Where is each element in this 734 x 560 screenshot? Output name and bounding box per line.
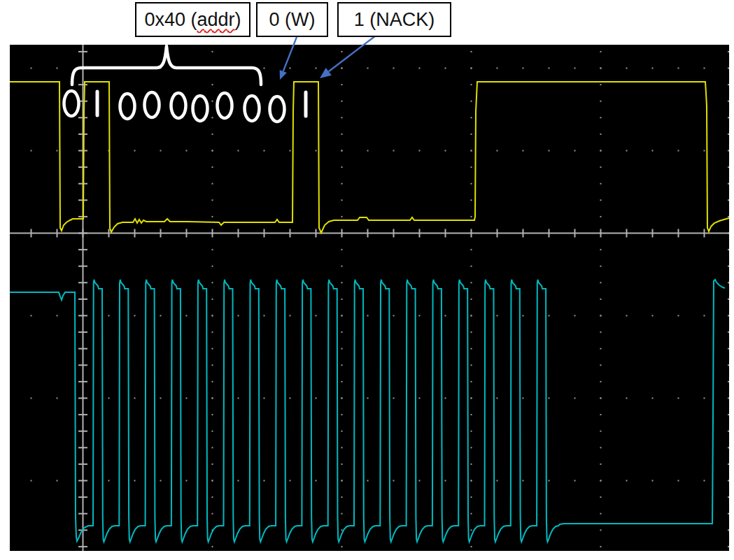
scope-background bbox=[10, 45, 729, 551]
annotated-oscilloscope-slide: 0x40 (addr) 0 (W) 1 (NACK) bbox=[0, 0, 734, 560]
callout-addr: 0x40 (addr) bbox=[135, 2, 250, 37]
oscilloscope-screen bbox=[0, 0, 734, 560]
callout-write-bit-text: 0 (W) bbox=[269, 9, 316, 31]
callout-write-bit: 0 (W) bbox=[256, 2, 328, 37]
callout-addr-text-close: ) bbox=[235, 9, 241, 31]
callout-nack-bit: 1 (NACK) bbox=[337, 2, 451, 37]
callout-addr-misspelled: addr bbox=[197, 9, 235, 31]
callout-addr-text: 0x40 ( bbox=[144, 9, 197, 31]
callout-nack-bit-text: 1 (NACK) bbox=[354, 9, 435, 31]
